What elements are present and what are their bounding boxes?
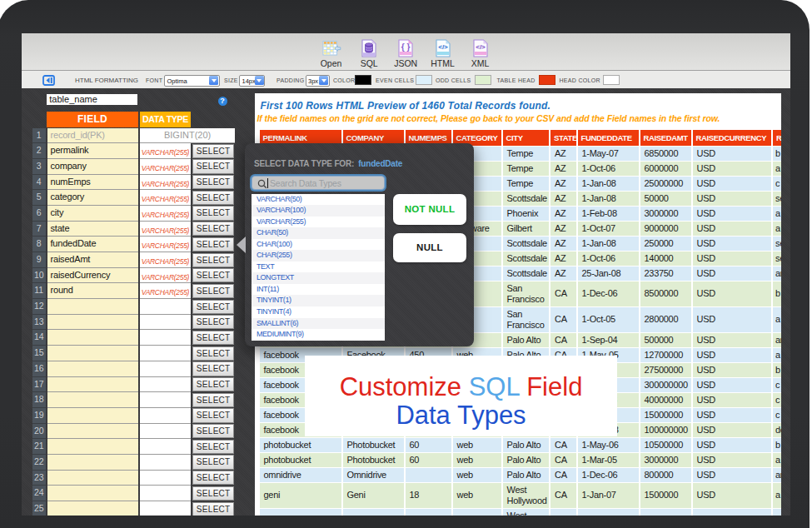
svg-text:{ }: { }: [401, 42, 411, 52]
svg-text:</>: </>: [476, 43, 486, 51]
svg-text:</>: </>: [438, 43, 448, 51]
